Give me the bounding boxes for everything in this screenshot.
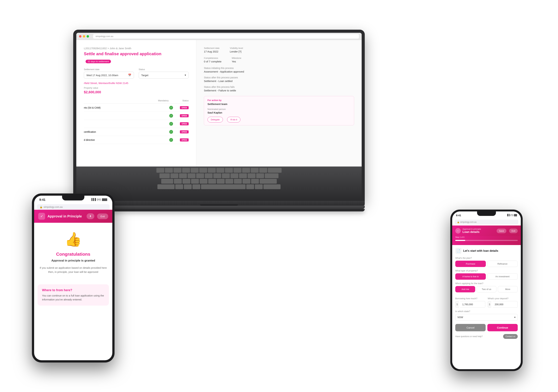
deposit-input-row: $ 200,000 (488, 301, 518, 308)
pr-time: 9:41 (456, 214, 461, 217)
progress-bar (455, 240, 518, 241)
back-button[interactable]: ← (455, 228, 461, 234)
phone-header-left: ✓ Approval in Principle (38, 213, 82, 220)
property-value-group: Property value $2,600,000 (84, 87, 101, 94)
borrow-amount-input[interactable]: 1,760,000 (460, 301, 485, 308)
chevron-down-icon: ▾ (185, 74, 186, 77)
pr-header: ← Approval in principle Loan details Sav… (452, 226, 521, 236)
just-me-option[interactable]: Just me (455, 286, 475, 292)
status-label: Status (139, 68, 189, 71)
for-action-label: For action by (208, 99, 350, 102)
laptop-base (73, 201, 365, 206)
deposit-amount-input[interactable]: 200,000 (493, 301, 518, 308)
more-option[interactable]: More (498, 286, 518, 292)
rp-visibility-label: Visibility level (230, 47, 243, 49)
delegate-row: Delegate I'll do it (208, 117, 350, 122)
cancel-button[interactable]: Cancel (455, 324, 486, 331)
property-toggle-group: A home to live in An investment (455, 273, 518, 280)
congrats-title: Congratulations (39, 252, 107, 257)
rp-initiating-label: Status initiating this process (204, 67, 354, 70)
investment-option[interactable]: An investment (487, 273, 518, 280)
save-button[interactable]: Save (497, 229, 506, 233)
status-select[interactable]: Target ▾ (139, 72, 189, 78)
wifi-icon: ((•)) (97, 198, 101, 201)
rp-completeness-label: Completeness (204, 57, 222, 59)
settlement-date-label: Settlement date (84, 68, 134, 71)
col-status: Status (182, 99, 189, 102)
exit-button[interactable]: Exit (97, 213, 108, 219)
progress-fill (455, 240, 465, 241)
rp-completeness: Completeness 0 of 7 complete (204, 57, 222, 63)
settlement-date-group: Settlement date Wed 17 Aug 2022, 10.00am… (84, 68, 134, 78)
state-value: NSW (458, 316, 463, 319)
laptop-foot (73, 209, 365, 211)
plan-question: What's the plan? (455, 257, 518, 259)
laptop-stand (73, 206, 365, 209)
state-select[interactable]: NSW ▾ (455, 314, 518, 321)
home-live-option[interactable]: A home to live in (455, 273, 486, 280)
form-row-settlement: Settlement date Wed 17 Aug 2022, 10.00am… (84, 68, 189, 78)
phone-url-bar[interactable]: 🔒 simpology.com.au (37, 204, 110, 210)
congrats-area: 👍 Congratulations Approval in principle … (34, 223, 112, 279)
two-of-us-option[interactable]: Two of us (477, 286, 497, 292)
where-from-title: Where to from here? (42, 288, 105, 292)
rp-row-1: Settlement date 17 Aug 2022 Visibility l… (204, 47, 354, 53)
borrow-input-row: $ 1,760,000 (455, 301, 485, 308)
purchase-option[interactable]: Purchase (455, 261, 486, 267)
table-row: ✓ OPEN (84, 120, 189, 128)
deposit-question: What's your deposit? (488, 297, 518, 300)
section-header: 📄 Let's start with loan details (455, 248, 518, 254)
browser-bar: simpology.com.au (76, 33, 362, 40)
section-heading: Let's start with loan details (463, 249, 498, 253)
pr-notch-bar: 9:41 ▐▐ ((•)) ▓▓ (452, 211, 521, 219)
continue-button[interactable]: Continue (487, 324, 518, 331)
pr-url-bar[interactable]: 🔒 simpology.com.au (455, 220, 518, 225)
phone-notch (62, 196, 84, 200)
mandatory-check-3: ✓ (169, 122, 173, 126)
status-badge: OPEN (180, 106, 189, 109)
breadcrumb: L201170928411002 > John & Jane Smith (84, 47, 189, 50)
browser-max-dot[interactable] (87, 35, 89, 38)
browser-min-dot[interactable] (83, 35, 85, 38)
row-name: nts (S4 & CAM) (84, 106, 100, 109)
mandatory-check-5: ✓ (169, 138, 173, 142)
pr-notch (477, 211, 496, 216)
address-bar[interactable]: simpology.com.au (93, 34, 359, 39)
pr-app-name: Approval in principle (462, 228, 495, 230)
rp-passes: Status after this process passes Settlem… (204, 76, 354, 82)
calendar-icon: 📅 (128, 74, 131, 77)
row-name-4: certification (84, 131, 96, 133)
status-badge-4: OPEN (180, 130, 189, 133)
ill-do-it-button[interactable]: I'll do it (227, 117, 240, 122)
contact-us-button[interactable]: Contact us (503, 334, 518, 339)
plan-toggle-group: Purchase Refinance (455, 261, 518, 267)
rp-passes-value: Settlement - Loan settled (204, 79, 354, 82)
delegate-button[interactable]: Delegate (208, 117, 223, 122)
borrow-currency: $ (455, 301, 459, 308)
rp-fails-value: Settlement - Failure to settle (204, 89, 354, 92)
chevron-down-icon: ▾ (514, 316, 515, 319)
table-row: nts (S4 & CAM) ✓ OPEN (84, 104, 189, 112)
refinance-option[interactable]: Refinance (487, 261, 518, 267)
settlement-date-input[interactable]: Wed 17 Aug 2022, 10.00am 📅 (84, 72, 134, 78)
pr-content: 📄 Let's start with loan details What's t… (452, 245, 521, 342)
table-header: Mandatory Status (84, 97, 189, 104)
browser-close-dot[interactable] (79, 35, 81, 38)
status-badge-5: OPEN (180, 138, 189, 141)
step-label: Step 1 of 6 (452, 236, 521, 238)
pr-exit-button[interactable]: Exit (509, 229, 518, 233)
laptop-screen-wrapper: simpology.com.au L201170928411002 > John… (73, 30, 365, 201)
rp-milestone-value: Yes (232, 60, 241, 63)
pr-title-group: Approval in principle Loan details (462, 228, 495, 234)
rp-completeness-value: 0 of 7 complete (204, 60, 222, 63)
phone-right-frame: 9:41 ▐▐ ((•)) ▓▓ 🔒 simpology.com.au ← Ap… (451, 210, 523, 371)
where-from-box: Where to from here? You can continue on … (38, 284, 109, 305)
mandatory-check-2: ✓ (169, 114, 173, 118)
rp-milestone: Milestone Yes (232, 57, 241, 63)
rp-initiating: Status initiating this process Assessmen… (204, 67, 354, 73)
property-value: $2,600,000 (84, 90, 101, 94)
table-row: d directive ✓ OPEN (84, 136, 189, 144)
download-button[interactable]: ⬇ (87, 213, 94, 219)
property-question: What type of property? (455, 269, 518, 272)
rp-visibility: Visibility level Lender [?] (230, 47, 243, 53)
